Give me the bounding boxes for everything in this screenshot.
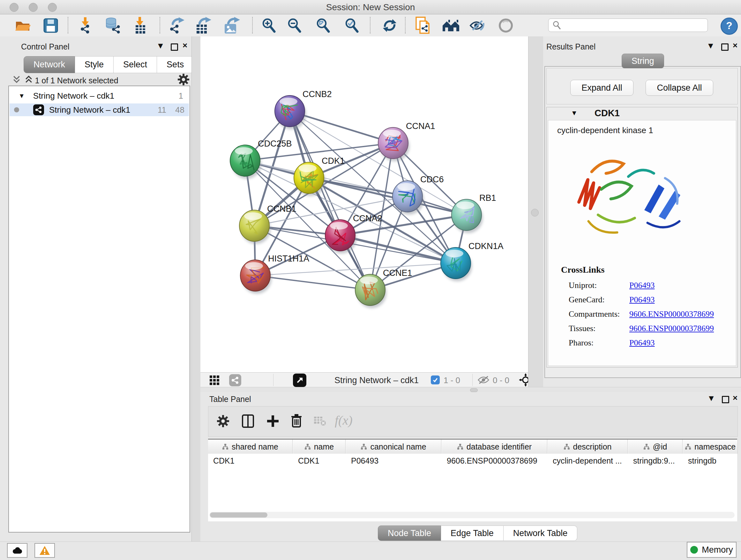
protein-collapse-icon[interactable]: ▼	[571, 109, 578, 117]
warnings-button[interactable]	[35, 543, 55, 558]
search-input[interactable]	[548, 18, 708, 32]
zoom-in-icon[interactable]	[260, 17, 278, 34]
network-share-view-icon[interactable]	[229, 374, 241, 386]
expand-all-button[interactable]: Expand All	[570, 80, 633, 96]
network-collection-row[interactable]: ▼ String Network – cdk1 1	[10, 89, 189, 102]
column-header-namespace[interactable]: namespace	[683, 440, 738, 454]
uniprot-link[interactable]: P06493	[629, 281, 655, 290]
save-icon[interactable]	[42, 17, 60, 34]
divider-handle[interactable]	[470, 388, 478, 392]
pharos-link[interactable]: P06493	[629, 338, 655, 348]
network-node-cdkn1a[interactable]: CDKN1A	[441, 241, 503, 281]
function-builder-icon[interactable]: f(x)	[335, 413, 353, 428]
control-panel-float-icon[interactable]	[171, 44, 178, 51]
tab-sets[interactable]: Sets	[157, 56, 194, 73]
show-columns-icon[interactable]	[242, 414, 254, 429]
delete-column-trash-icon[interactable]	[290, 414, 303, 429]
results-panel-close-icon[interactable]: ×	[733, 41, 738, 51]
collapse-all-button[interactable]: Collapse All	[646, 80, 713, 96]
open-folder-icon[interactable]	[14, 17, 32, 34]
table-panel: Table Panel ▼ × f(x) shared namenamecano…	[200, 392, 741, 543]
tab-node-table[interactable]: Node Table	[378, 525, 441, 541]
table-panel-menu-icon[interactable]: ▼	[707, 393, 716, 403]
open-in-window-icon[interactable]	[293, 374, 307, 387]
network-node-rb1[interactable]: RB1	[452, 193, 496, 233]
column-header-canonical-name[interactable]: canonical name	[346, 440, 441, 454]
tissues-link[interactable]: 9606.ENSP00000378699	[629, 324, 714, 333]
results-panel-float-icon[interactable]	[721, 44, 729, 51]
tab-network[interactable]: Network	[23, 56, 75, 73]
results-tab-string[interactable]: String	[622, 54, 664, 68]
control-panel-menu-icon[interactable]: ▼	[156, 41, 165, 51]
export-image-icon[interactable]	[223, 17, 241, 34]
table-cell[interactable]: 9606.ENSP00000378699	[442, 454, 547, 467]
column-header-database-identifier[interactable]: database identifier	[442, 440, 547, 454]
houses-icon[interactable]	[442, 17, 460, 34]
network-node-hist1h1a[interactable]: HIST1H1A	[240, 254, 309, 294]
table-options-gear-icon[interactable]	[217, 415, 229, 429]
table-panel-close-icon[interactable]: ×	[733, 393, 738, 403]
network-canvas[interactable]: CCNB2CCNA1CDC25BCDK1CDC6RB1CCNB1CCNA2CDK…	[200, 37, 528, 372]
column-header--id[interactable]: @id	[628, 440, 683, 454]
tab-network-table[interactable]: Network Table	[503, 525, 578, 541]
network-current-dot	[14, 107, 19, 112]
export-network-icon[interactable]	[168, 17, 186, 34]
zoom-fit-icon[interactable]	[314, 17, 332, 34]
compartments-link[interactable]: 9606.ENSP00000378699	[629, 309, 714, 319]
refresh-icon[interactable]	[381, 17, 399, 34]
table-cell[interactable]: CDK1	[208, 454, 293, 467]
memory-button[interactable]: Memory	[687, 542, 737, 558]
results-panel-divider[interactable]	[528, 37, 544, 387]
column-header-shared-name[interactable]: shared name	[208, 440, 293, 454]
import-database-icon[interactable]	[104, 17, 122, 34]
table-hscrollbar[interactable]	[209, 512, 735, 518]
column-header-description[interactable]: description	[548, 440, 628, 454]
grid-view-icon[interactable]	[209, 375, 219, 387]
import-table-icon[interactable]	[131, 17, 149, 34]
results-panel-menu-icon[interactable]: ▼	[706, 41, 715, 51]
network-edge[interactable]	[290, 111, 467, 215]
add-column-icon[interactable]	[266, 414, 279, 429]
hide-annotations-eye-icon[interactable]	[469, 17, 487, 34]
zoom-out-icon[interactable]	[286, 17, 304, 34]
tab-style[interactable]: Style	[75, 56, 114, 73]
network-edge[interactable]	[255, 275, 370, 290]
cloud-button[interactable]	[7, 543, 27, 558]
help-button[interactable]: ?	[721, 17, 738, 35]
node-label-cdc6: CDC6	[420, 175, 444, 184]
network-node-ccnb1[interactable]: CCNB1	[239, 204, 296, 244]
table-panel-divider[interactable]	[200, 387, 741, 392]
table-cell[interactable]: P06493	[346, 454, 441, 467]
network-row[interactable]: String Network – cdk1 11 48	[10, 104, 189, 116]
network-node-cdc6[interactable]: CDC6	[393, 175, 444, 214]
control-panel-close-icon[interactable]: ×	[183, 41, 187, 51]
network-node-ccna1[interactable]: CCNA1	[378, 121, 435, 161]
delete-table-icon[interactable]	[314, 416, 327, 428]
hidden-eye-slash-icon[interactable]	[477, 375, 489, 386]
network-node-count: 11	[158, 105, 166, 115]
node-label-ccne1: CCNE1	[383, 268, 412, 278]
table-cell[interactable]: stringdb	[683, 454, 738, 467]
column-header-name[interactable]: name	[293, 440, 346, 454]
table-panel-float-icon[interactable]	[722, 396, 729, 403]
tab-edge-table[interactable]: Edge Table	[441, 525, 503, 541]
table-cell[interactable]: CDK1	[293, 454, 346, 467]
divider-handle[interactable]	[531, 209, 539, 216]
selected-checkbox[interactable]	[431, 375, 440, 384]
status-bar: Memory	[0, 542, 741, 560]
collection-expand-icon[interactable]: ▼	[18, 92, 25, 100]
control-panel-divider[interactable]	[192, 37, 201, 543]
zoom-selected-icon[interactable]	[343, 17, 361, 34]
network-node-ccne1[interactable]: CCNE1	[355, 268, 412, 308]
genecard-link[interactable]: P06493	[629, 295, 655, 304]
clone-network-icon[interactable]	[414, 17, 432, 34]
table-cell[interactable]: stringdb:9...	[628, 454, 683, 467]
import-network-icon[interactable]	[76, 17, 94, 34]
table-cell[interactable]: cyclin-dependent ...	[548, 454, 628, 467]
export-table-icon[interactable]	[194, 17, 212, 34]
network-options-gear-icon[interactable]	[178, 73, 190, 87]
table-type-tabs: Node TableEdge TableNetwork Table	[378, 525, 577, 541]
tab-select[interactable]: Select	[114, 56, 157, 73]
birdseye-eye-icon[interactable]	[497, 17, 515, 34]
table-hscrollbar-thumb[interactable]	[210, 512, 267, 517]
